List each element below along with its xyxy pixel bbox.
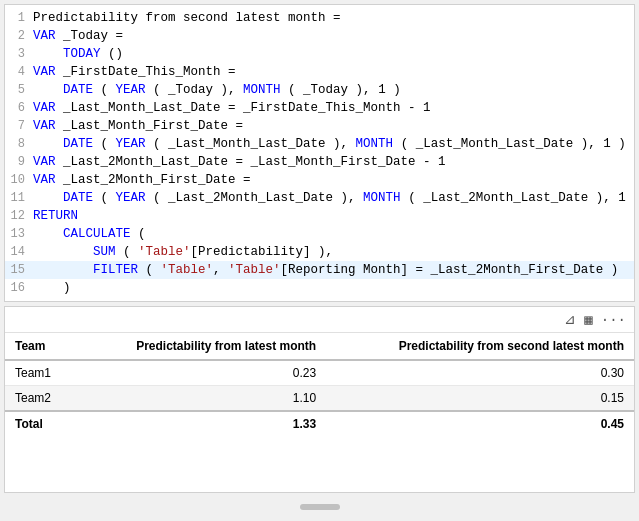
code-line-16: 16 ) bbox=[5, 279, 634, 297]
line-content-4: VAR _FirstDate_This_Month = bbox=[33, 63, 634, 81]
cell-latest: 0.23 bbox=[75, 360, 326, 386]
line-number-13: 13 bbox=[5, 225, 33, 243]
line-content-15: FILTER ( 'Table', 'Table'[Reporting Mont… bbox=[33, 261, 634, 279]
line-number-7: 7 bbox=[5, 117, 33, 135]
line-content-14: SUM ( 'Table'[Predictability] ), bbox=[33, 243, 634, 261]
main-container: 1Predictability from second latest month… bbox=[0, 0, 639, 521]
line-number-15: 15 bbox=[5, 261, 33, 279]
line-content-10: VAR _Last_2Month_First_Date = bbox=[33, 171, 634, 189]
code-editor-panel[interactable]: 1Predictability from second latest month… bbox=[4, 4, 635, 302]
line-number-11: 11 bbox=[5, 189, 33, 207]
line-content-1: Predictability from second latest month … bbox=[33, 9, 634, 27]
line-content-5: DATE ( YEAR ( _Today ), MONTH ( _Today )… bbox=[33, 81, 634, 99]
code-line-6: 6VAR _Last_Month_Last_Date = _FirstDate_… bbox=[5, 99, 634, 117]
code-line-5: 5 DATE ( YEAR ( _Today ), MONTH ( _Today… bbox=[5, 81, 634, 99]
code-line-13: 13 CALCULATE ( bbox=[5, 225, 634, 243]
line-number-14: 14 bbox=[5, 243, 33, 261]
cell-second: 0.15 bbox=[326, 386, 634, 412]
more-options-icon[interactable]: ··· bbox=[601, 312, 626, 328]
code-line-1: 1Predictability from second latest month… bbox=[5, 9, 634, 27]
line-content-6: VAR _Last_Month_Last_Date = _FirstDate_T… bbox=[33, 99, 634, 117]
filter-icon[interactable]: ⊿ bbox=[564, 311, 576, 328]
col-header-latest: Predictability from latest month bbox=[75, 333, 326, 360]
line-number-4: 4 bbox=[5, 63, 33, 81]
line-content-11: DATE ( YEAR ( _Last_2Month_Last_Date ), … bbox=[33, 189, 635, 207]
table-row[interactable]: Team21.100.15 bbox=[5, 386, 634, 412]
table-toolbar: ⊿ ▦ ··· bbox=[5, 307, 634, 333]
code-line-12: 12RETURN bbox=[5, 207, 634, 225]
line-content-3: TODAY () bbox=[33, 45, 634, 63]
code-line-7: 7VAR _Last_Month_First_Date = bbox=[5, 117, 634, 135]
cell-team: Team2 bbox=[5, 386, 75, 412]
code-line-2: 2VAR _Today = bbox=[5, 27, 634, 45]
table-row[interactable]: Team10.230.30 bbox=[5, 360, 634, 386]
table-body: Team10.230.30Team21.100.15Total1.330.45 bbox=[5, 360, 634, 436]
total-label: Total bbox=[5, 411, 75, 436]
line-content-13: CALCULATE ( bbox=[33, 225, 634, 243]
line-number-3: 3 bbox=[5, 45, 33, 63]
bottom-bar bbox=[4, 497, 635, 517]
line-content-8: DATE ( YEAR ( _Last_Month_Last_Date ), M… bbox=[33, 135, 634, 153]
line-number-5: 5 bbox=[5, 81, 33, 99]
line-number-16: 16 bbox=[5, 279, 33, 297]
line-content-12: RETURN bbox=[33, 207, 634, 225]
code-line-10: 10VAR _Last_2Month_First_Date = bbox=[5, 171, 634, 189]
code-line-9: 9VAR _Last_2Month_Last_Date = _Last_Mont… bbox=[5, 153, 634, 171]
line-number-10: 10 bbox=[5, 171, 33, 189]
code-line-4: 4VAR _FirstDate_This_Month = bbox=[5, 63, 634, 81]
table-view-icon[interactable]: ▦ bbox=[584, 311, 592, 328]
scroll-indicator[interactable] bbox=[300, 504, 340, 510]
data-table: Team Predictability from latest month Pr… bbox=[5, 333, 634, 436]
code-lines: 1Predictability from second latest month… bbox=[5, 5, 634, 301]
line-number-8: 8 bbox=[5, 135, 33, 153]
cell-latest: 1.10 bbox=[75, 386, 326, 412]
line-content-2: VAR _Today = bbox=[33, 27, 634, 45]
line-content-7: VAR _Last_Month_First_Date = bbox=[33, 117, 634, 135]
code-line-15: 15 FILTER ( 'Table', 'Table'[Reporting M… bbox=[5, 261, 634, 279]
code-line-14: 14 SUM ( 'Table'[Predictability] ), bbox=[5, 243, 634, 261]
col-header-second: Predictability from second latest month bbox=[326, 333, 634, 360]
cell-second: 0.30 bbox=[326, 360, 634, 386]
line-content-9: VAR _Last_2Month_Last_Date = _Last_Month… bbox=[33, 153, 634, 171]
table-total-row: Total1.330.45 bbox=[5, 411, 634, 436]
line-number-6: 6 bbox=[5, 99, 33, 117]
line-number-9: 9 bbox=[5, 153, 33, 171]
total-second: 0.45 bbox=[326, 411, 634, 436]
total-latest: 1.33 bbox=[75, 411, 326, 436]
cell-team: Team1 bbox=[5, 360, 75, 386]
code-line-11: 11 DATE ( YEAR ( _Last_2Month_Last_Date … bbox=[5, 189, 634, 207]
line-number-1: 1 bbox=[5, 9, 33, 27]
table-panel: ⊿ ▦ ··· Team Predictability from latest … bbox=[4, 306, 635, 493]
code-line-3: 3 TODAY () bbox=[5, 45, 634, 63]
table-header-row: Team Predictability from latest month Pr… bbox=[5, 333, 634, 360]
line-content-16: ) bbox=[33, 279, 634, 297]
line-number-2: 2 bbox=[5, 27, 33, 45]
code-line-8: 8 DATE ( YEAR ( _Last_Month_Last_Date ),… bbox=[5, 135, 634, 153]
line-number-12: 12 bbox=[5, 207, 33, 225]
col-header-team: Team bbox=[5, 333, 75, 360]
